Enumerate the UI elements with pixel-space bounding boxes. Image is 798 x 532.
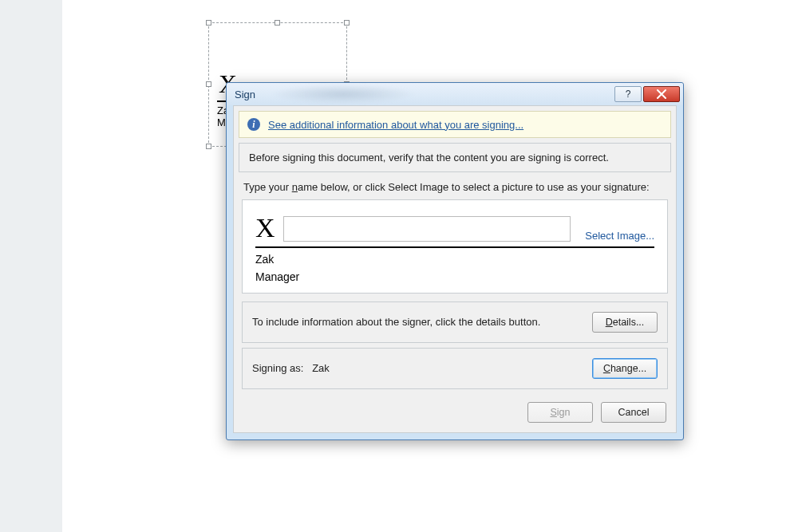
title-blur-area <box>271 85 415 104</box>
signature-x-mark: X <box>255 215 275 242</box>
titlebar-controls: ? <box>614 86 680 102</box>
close-icon <box>656 89 667 99</box>
signing-as-text: Signing as: Zak <box>252 362 583 374</box>
dialog-body: i See additional information about what … <box>233 105 677 433</box>
resize-handle[interactable] <box>206 81 211 87</box>
signing-as-label: Signing as: <box>252 362 303 374</box>
select-image-link[interactable]: Select Image... <box>585 230 654 242</box>
dialog-titlebar[interactable]: Sign ? <box>227 83 683 105</box>
signing-as-section: Signing as: Zak Change... <box>242 348 668 389</box>
signature-name-input[interactable] <box>283 216 571 242</box>
signature-input-row: X Select Image... <box>255 215 654 242</box>
signature-preview-box: X Select Image... Zak Manager <box>242 199 668 294</box>
dialog-title: Sign <box>235 89 255 100</box>
sign-button[interactable]: Sign <box>527 402 593 423</box>
verify-text: Before signing this document, verify tha… <box>249 152 609 164</box>
details-section: To include information about the signer,… <box>242 301 668 343</box>
additional-info-link[interactable]: See additional information about what yo… <box>268 119 523 131</box>
info-banner: i See additional information about what … <box>239 111 671 138</box>
help-button[interactable]: ? <box>614 86 642 102</box>
signing-as-value: Zak <box>312 362 330 374</box>
instruction-text: Type your name below, or click Select Im… <box>243 180 666 195</box>
resize-handle[interactable] <box>206 20 211 26</box>
change-button[interactable]: Change... <box>592 358 658 379</box>
details-button[interactable]: Details... <box>592 312 658 333</box>
details-text: To include information about the signer,… <box>252 316 583 328</box>
signature-divider <box>255 246 654 248</box>
preview-signer-name: Zak <box>255 253 654 266</box>
resize-handle[interactable] <box>275 20 280 26</box>
verify-warning: Before signing this document, verify tha… <box>239 143 671 172</box>
help-icon: ? <box>626 89 631 100</box>
info-icon: i <box>247 118 260 131</box>
dialog-footer: Sign Cancel <box>234 394 676 432</box>
cancel-button[interactable]: Cancel <box>601 402 666 423</box>
close-button[interactable] <box>643 86 680 102</box>
resize-handle[interactable] <box>344 20 350 26</box>
resize-handle[interactable] <box>206 144 211 149</box>
preview-signer-title: Manager <box>255 270 654 283</box>
sign-dialog: Sign ? i See additional information abou… <box>226 82 684 440</box>
